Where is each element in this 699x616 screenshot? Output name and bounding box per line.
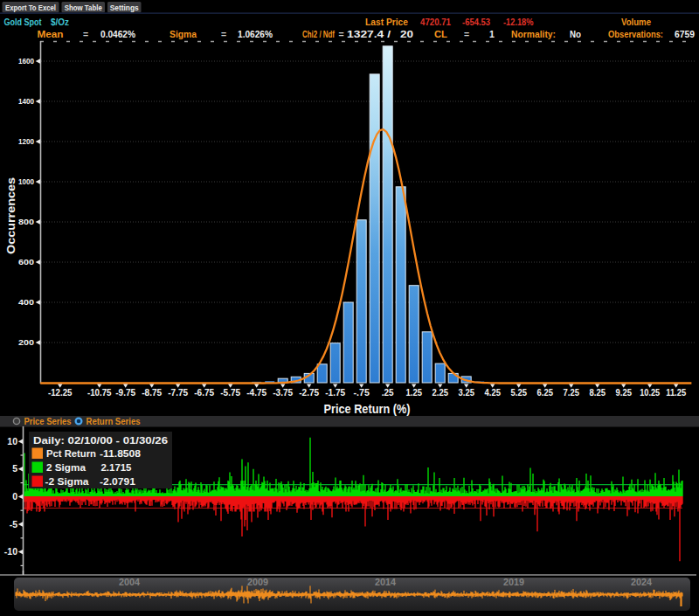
svg-text:20: 20: [400, 29, 413, 39]
svg-text:-.75: -.75: [354, 388, 370, 398]
svg-text:-4.75: -4.75: [246, 388, 266, 398]
svg-text:-2 Sigma: -2 Sigma: [45, 476, 90, 487]
svg-text:10: 10: [7, 436, 17, 446]
svg-text:Pct Return: Pct Return: [46, 448, 96, 459]
svg-text:6.25: 6.25: [537, 388, 554, 398]
svg-text:4.25: 4.25: [485, 388, 502, 398]
svg-text:2009: 2009: [247, 577, 268, 587]
svg-text:Show Table: Show Table: [65, 3, 102, 12]
svg-text:4720.71: 4720.71: [420, 17, 451, 27]
svg-text:5: 5: [12, 463, 17, 474]
svg-text:2 Sigma: 2 Sigma: [46, 462, 87, 473]
svg-text:1.0626%: 1.0626%: [238, 29, 273, 39]
svg-text:1400: 1400: [18, 96, 34, 106]
svg-text:2024: 2024: [631, 577, 652, 587]
svg-text:Export To Excel: Export To Excel: [5, 3, 56, 12]
svg-text:2.1715: 2.1715: [101, 462, 133, 473]
svg-text:Price Series: Price Series: [24, 416, 72, 426]
svg-text:1000: 1000: [18, 176, 34, 186]
svg-text:-654.53: -654.53: [462, 17, 490, 27]
svg-text:2014: 2014: [375, 577, 396, 587]
svg-text:-10: -10: [4, 546, 17, 557]
svg-text:8.25: 8.25: [590, 388, 606, 398]
svg-text:7.25: 7.25: [564, 388, 580, 398]
svg-text:-6.75: -6.75: [194, 388, 214, 398]
svg-text:Price Return (%): Price Return (%): [324, 401, 411, 416]
svg-text:=: =: [339, 29, 344, 39]
svg-text:-2.75: -2.75: [299, 388, 319, 398]
svg-text:-12.18%: -12.18%: [503, 17, 534, 27]
svg-text:CL: CL: [434, 29, 448, 39]
svg-text:-11.8508: -11.8508: [100, 448, 142, 459]
svg-text:No: No: [570, 29, 581, 39]
svg-text:800: 800: [18, 217, 34, 226]
svg-text:3.25: 3.25: [459, 388, 475, 398]
svg-text:6759: 6759: [675, 29, 695, 39]
svg-text:200: 200: [18, 337, 34, 347]
svg-text:5.25: 5.25: [511, 388, 528, 398]
svg-text:1327.4 /: 1327.4 /: [347, 29, 391, 39]
svg-text:$/Oz: $/Oz: [51, 17, 69, 27]
svg-text:Settings: Settings: [110, 3, 139, 12]
svg-text:Sigma: Sigma: [170, 29, 197, 39]
svg-text:-10.75: -10.75: [87, 388, 112, 398]
svg-text:2004: 2004: [119, 577, 140, 587]
svg-text:400: 400: [18, 297, 34, 307]
svg-text:Mean: Mean: [38, 29, 64, 39]
svg-text:1600: 1600: [18, 56, 34, 66]
svg-text:-9.75: -9.75: [115, 388, 135, 398]
svg-text:Normality:: Normality:: [511, 29, 556, 39]
svg-text:Return Series: Return Series: [87, 416, 141, 426]
svg-text:11.25: 11.25: [666, 388, 686, 398]
svg-text:Observations:: Observations:: [608, 29, 663, 39]
svg-text:2.25: 2.25: [433, 388, 449, 398]
svg-text:Gold Spot: Gold Spot: [4, 17, 42, 27]
svg-text:Volume: Volume: [621, 17, 651, 27]
svg-text:Chi2 / Ndf: Chi2 / Ndf: [302, 29, 335, 39]
svg-text:2019: 2019: [503, 577, 524, 587]
svg-text:-8.75: -8.75: [142, 388, 162, 398]
svg-text:=: =: [83, 29, 88, 39]
svg-text:0: 0: [12, 491, 17, 502]
svg-text:1.25: 1.25: [406, 388, 423, 398]
svg-text:=: =: [464, 29, 469, 39]
svg-text:=: =: [221, 29, 226, 39]
svg-text:-3.75: -3.75: [273, 388, 293, 398]
svg-text:600: 600: [18, 257, 34, 266]
svg-text:-2.0791: -2.0791: [100, 476, 136, 487]
svg-text:-7.75: -7.75: [168, 388, 188, 398]
svg-text:-5.75: -5.75: [220, 388, 240, 398]
svg-text:-12.25: -12.25: [48, 388, 73, 398]
svg-text:1200: 1200: [18, 136, 34, 146]
svg-text:Daily: 02/10/00 - 01/30/26: Daily: 02/10/00 - 01/30/26: [33, 435, 168, 446]
svg-text:1: 1: [489, 29, 495, 39]
svg-text:Occurrences: Occurrences: [5, 177, 17, 254]
svg-text:9.25: 9.25: [616, 388, 633, 398]
svg-text:-5: -5: [10, 519, 17, 529]
svg-text:-1.75: -1.75: [325, 388, 345, 398]
svg-text:.25: .25: [382, 388, 394, 398]
svg-text:10.25: 10.25: [640, 388, 660, 398]
svg-text:Last Price: Last Price: [365, 17, 408, 27]
svg-text:0.0462%: 0.0462%: [100, 29, 136, 39]
